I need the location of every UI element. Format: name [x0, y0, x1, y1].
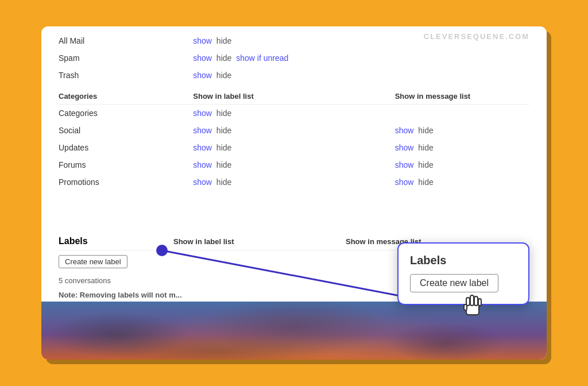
- show-msg-link[interactable]: show: [395, 160, 414, 169]
- row-label: Promotions: [59, 173, 193, 191]
- show-link[interactable]: show: [193, 177, 212, 187]
- table-row: Trash show hide: [59, 67, 529, 84]
- show-link[interactable]: show: [193, 160, 212, 169]
- row-label: Social: [59, 122, 193, 139]
- show-link[interactable]: show: [193, 109, 212, 118]
- show-msg-link[interactable]: show: [395, 143, 414, 152]
- svg-rect-6: [478, 299, 481, 306]
- show-link[interactable]: show: [193, 53, 212, 63]
- hide-msg-link[interactable]: hide: [418, 160, 433, 169]
- row-show-msg-col: show hide: [395, 173, 529, 191]
- hide-link[interactable]: hide: [216, 71, 231, 80]
- row-show-msg-col: show hide: [395, 139, 529, 156]
- cursor-icon: [462, 291, 485, 318]
- hide-link[interactable]: hide: [216, 36, 231, 45]
- note-prefix: Note:: [59, 291, 78, 299]
- row-show-msg-col: [395, 105, 529, 122]
- popup-title: Labels: [410, 254, 517, 267]
- row-show-label-col: show hide: [193, 139, 394, 156]
- watermark: CLEVERSEQUENE.COM: [424, 32, 529, 41]
- row-show-label-col: show hide: [193, 105, 394, 122]
- hide-msg-link[interactable]: hide: [418, 143, 433, 152]
- row-show-label-col: show hide show if unread: [193, 49, 394, 67]
- row-show-msg-col: [395, 67, 529, 84]
- svg-rect-4: [470, 295, 474, 306]
- row-label: All Mail: [59, 32, 193, 49]
- hide-msg-link[interactable]: hide: [418, 126, 433, 135]
- row-label: Updates: [59, 139, 193, 156]
- create-new-label-button[interactable]: Create new label: [59, 255, 127, 268]
- row-show-msg-col: [395, 49, 529, 67]
- table-row: Updates show hide show hide: [59, 139, 529, 156]
- show-label-list-header: Show in label list: [173, 237, 346, 246]
- main-content: CLEVERSEQUENE.COM All Mail show hide Spa…: [41, 26, 547, 230]
- show-link[interactable]: show: [193, 126, 212, 135]
- hide-msg-link[interactable]: hide: [418, 177, 433, 187]
- table-row: Categories show hide: [59, 105, 529, 122]
- table-row: Social show hide show hide: [59, 122, 529, 139]
- hide-link[interactable]: hide: [216, 177, 231, 187]
- row-show-label-col: show hide: [193, 173, 394, 191]
- categories-header-row: Categories Show in label list Show in me…: [59, 84, 529, 105]
- row-label: Categories: [59, 105, 193, 122]
- labels-table: All Mail show hide Spam show hide show i…: [59, 32, 529, 191]
- show-msg-link[interactable]: show: [395, 177, 414, 187]
- show-link[interactable]: show: [193, 71, 212, 80]
- hide-link[interactable]: hide: [216, 53, 231, 63]
- table-row: Forums show hide show hide: [59, 156, 529, 173]
- hide-link[interactable]: hide: [216, 109, 231, 118]
- hide-link[interactable]: hide: [216, 160, 231, 169]
- row-label: Trash: [59, 67, 193, 84]
- svg-rect-7: [464, 304, 467, 310]
- row-show-label-col: show hide: [193, 156, 394, 173]
- row-label: Spam: [59, 49, 193, 67]
- show-msg-list-header: Show in message list: [395, 84, 529, 105]
- row-show-label-col: show hide: [193, 67, 394, 84]
- screen-container: CLEVERSEQUENE.COM All Mail show hide Spa…: [41, 26, 547, 360]
- table-row: Promotions show hide show hide: [59, 173, 529, 191]
- labels-section-title: Labels: [59, 236, 173, 246]
- categories-col-header: Categories: [59, 84, 193, 105]
- row-label: Forums: [59, 156, 193, 173]
- show-if-unread-link[interactable]: show if unread: [236, 53, 288, 63]
- show-label-list-header: Show in label list: [193, 84, 394, 105]
- note-content: Removing labels will not m...: [80, 291, 182, 299]
- row-show-msg-col: show hide: [395, 156, 529, 173]
- row-show-msg-col: show hide: [395, 122, 529, 139]
- svg-rect-5: [474, 296, 478, 306]
- table-row: Spam show hide show if unread: [59, 49, 529, 67]
- show-link[interactable]: show: [193, 143, 212, 152]
- show-link[interactable]: show: [193, 36, 212, 45]
- popup-create-label-button[interactable]: Create new label: [410, 274, 498, 292]
- row-show-label-col: show hide: [193, 32, 394, 49]
- show-msg-link[interactable]: show: [395, 126, 414, 135]
- hide-link[interactable]: hide: [216, 143, 231, 152]
- row-show-label-col: show hide: [193, 122, 394, 139]
- hide-link[interactable]: hide: [216, 126, 231, 135]
